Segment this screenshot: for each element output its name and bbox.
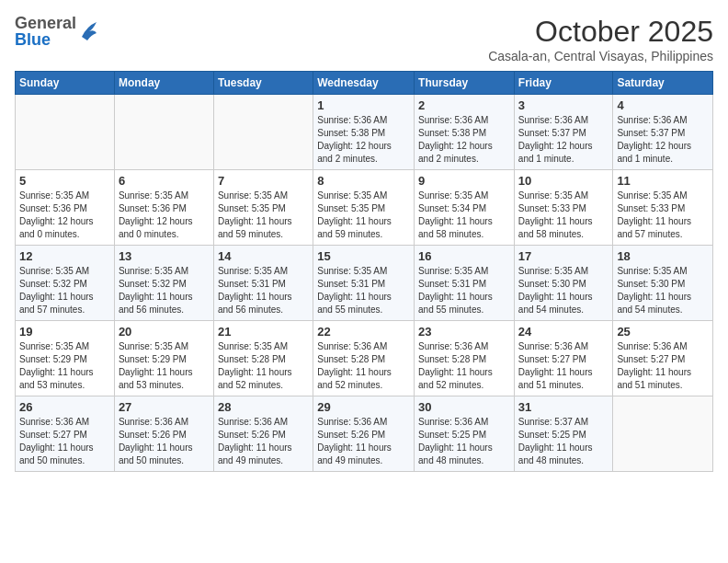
- calendar-cell: 21Sunrise: 5:35 AM Sunset: 5:28 PM Dayli…: [213, 321, 313, 396]
- weekday-header-monday: Monday: [114, 72, 213, 95]
- calendar-cell: 1Sunrise: 5:36 AM Sunset: 5:38 PM Daylig…: [313, 95, 415, 170]
- day-number: 12: [19, 249, 110, 263]
- day-info: Sunrise: 5:36 AM Sunset: 5:28 PM Dayligh…: [317, 340, 410, 392]
- logo: General Blue: [15, 15, 98, 48]
- day-number: 28: [218, 400, 309, 414]
- calendar-cell: 30Sunrise: 5:36 AM Sunset: 5:25 PM Dayli…: [415, 396, 515, 472]
- logo-bird-icon: [80, 18, 98, 44]
- day-info: Sunrise: 5:35 AM Sunset: 5:36 PM Dayligh…: [19, 190, 110, 241]
- day-info: Sunrise: 5:35 AM Sunset: 5:33 PM Dayligh…: [617, 190, 709, 241]
- weekday-header-tuesday: Tuesday: [213, 72, 313, 95]
- calendar-cell: 10Sunrise: 5:35 AM Sunset: 5:33 PM Dayli…: [514, 170, 613, 246]
- calendar-cell: 6Sunrise: 5:35 AM Sunset: 5:36 PM Daylig…: [114, 170, 213, 246]
- day-info: Sunrise: 5:35 AM Sunset: 5:35 PM Dayligh…: [317, 190, 410, 241]
- day-info: Sunrise: 5:35 AM Sunset: 5:30 PM Dayligh…: [518, 265, 609, 316]
- day-number: 15: [317, 249, 410, 263]
- calendar-cell: 17Sunrise: 5:35 AM Sunset: 5:30 PM Dayli…: [514, 246, 613, 321]
- weekday-header-row: SundayMondayTuesdayWednesdayThursdayFrid…: [16, 72, 713, 95]
- day-info: Sunrise: 5:36 AM Sunset: 5:26 PM Dayligh…: [218, 416, 309, 467]
- day-number: 22: [317, 325, 410, 339]
- calendar-cell: 12Sunrise: 5:35 AM Sunset: 5:32 PM Dayli…: [16, 246, 115, 321]
- day-number: 11: [617, 174, 709, 188]
- calendar-cell: 23Sunrise: 5:36 AM Sunset: 5:28 PM Dayli…: [415, 321, 515, 396]
- calendar-cell: 9Sunrise: 5:35 AM Sunset: 5:34 PM Daylig…: [415, 170, 515, 246]
- day-number: 3: [518, 98, 609, 112]
- day-info: Sunrise: 5:35 AM Sunset: 5:32 PM Dayligh…: [119, 265, 210, 316]
- week-row-4: 19Sunrise: 5:35 AM Sunset: 5:29 PM Dayli…: [16, 321, 713, 396]
- calendar-cell: 29Sunrise: 5:36 AM Sunset: 5:26 PM Dayli…: [313, 396, 415, 472]
- day-number: 2: [418, 98, 510, 112]
- day-number: 17: [518, 249, 609, 263]
- day-number: 29: [317, 400, 410, 414]
- day-number: 18: [617, 249, 709, 263]
- day-info: Sunrise: 5:36 AM Sunset: 5:27 PM Dayligh…: [518, 340, 609, 392]
- day-number: 16: [418, 249, 510, 263]
- day-info: Sunrise: 5:36 AM Sunset: 5:28 PM Dayligh…: [418, 340, 510, 392]
- day-number: 31: [518, 400, 609, 414]
- week-row-3: 12Sunrise: 5:35 AM Sunset: 5:32 PM Dayli…: [16, 246, 713, 321]
- day-number: 7: [218, 174, 309, 188]
- day-number: 14: [218, 249, 309, 263]
- day-info: Sunrise: 5:35 AM Sunset: 5:31 PM Dayligh…: [218, 265, 309, 316]
- day-info: Sunrise: 5:37 AM Sunset: 5:25 PM Dayligh…: [518, 416, 609, 467]
- location-text: Casala-an, Central Visayas, Philippines: [488, 49, 713, 63]
- calendar-cell: [213, 95, 313, 170]
- calendar-cell: 20Sunrise: 5:35 AM Sunset: 5:29 PM Dayli…: [114, 321, 213, 396]
- calendar-cell: 18Sunrise: 5:35 AM Sunset: 5:30 PM Dayli…: [613, 246, 713, 321]
- title-area: October 2025 Casala-an, Central Visayas,…: [488, 15, 713, 63]
- day-info: Sunrise: 5:36 AM Sunset: 5:27 PM Dayligh…: [19, 416, 110, 467]
- calendar-cell: 24Sunrise: 5:36 AM Sunset: 5:27 PM Dayli…: [514, 321, 613, 396]
- day-number: 6: [119, 174, 210, 188]
- weekday-header-thursday: Thursday: [415, 72, 515, 95]
- calendar-cell: 5Sunrise: 5:35 AM Sunset: 5:36 PM Daylig…: [16, 170, 115, 246]
- day-number: 4: [617, 98, 709, 112]
- calendar-cell: 28Sunrise: 5:36 AM Sunset: 5:26 PM Dayli…: [213, 396, 313, 472]
- day-info: Sunrise: 5:36 AM Sunset: 5:37 PM Dayligh…: [518, 114, 609, 166]
- day-info: Sunrise: 5:36 AM Sunset: 5:37 PM Dayligh…: [617, 114, 709, 166]
- weekday-header-sunday: Sunday: [16, 72, 115, 95]
- calendar-cell: 26Sunrise: 5:36 AM Sunset: 5:27 PM Dayli…: [16, 396, 115, 472]
- calendar-cell: 7Sunrise: 5:35 AM Sunset: 5:35 PM Daylig…: [213, 170, 313, 246]
- day-number: 8: [317, 174, 410, 188]
- day-number: 25: [617, 325, 709, 339]
- page-header: General Blue October 2025 Casala-an, Cen…: [15, 15, 713, 63]
- day-number: 26: [19, 400, 110, 414]
- calendar-cell: 11Sunrise: 5:35 AM Sunset: 5:33 PM Dayli…: [613, 170, 713, 246]
- month-title: October 2025: [488, 15, 713, 49]
- day-info: Sunrise: 5:35 AM Sunset: 5:29 PM Dayligh…: [119, 340, 210, 392]
- day-info: Sunrise: 5:35 AM Sunset: 5:35 PM Dayligh…: [218, 190, 309, 241]
- calendar-cell: 27Sunrise: 5:36 AM Sunset: 5:26 PM Dayli…: [114, 396, 213, 472]
- day-info: Sunrise: 5:36 AM Sunset: 5:27 PM Dayligh…: [617, 340, 709, 392]
- day-number: 24: [518, 325, 609, 339]
- day-info: Sunrise: 5:36 AM Sunset: 5:38 PM Dayligh…: [317, 114, 410, 166]
- calendar-cell: 14Sunrise: 5:35 AM Sunset: 5:31 PM Dayli…: [213, 246, 313, 321]
- calendar-cell: 2Sunrise: 5:36 AM Sunset: 5:38 PM Daylig…: [415, 95, 515, 170]
- day-number: 27: [119, 400, 210, 414]
- day-number: 5: [19, 174, 110, 188]
- calendar-cell: 15Sunrise: 5:35 AM Sunset: 5:31 PM Dayli…: [313, 246, 415, 321]
- day-info: Sunrise: 5:35 AM Sunset: 5:28 PM Dayligh…: [218, 340, 309, 392]
- day-info: Sunrise: 5:36 AM Sunset: 5:38 PM Dayligh…: [418, 114, 510, 166]
- calendar-cell: [114, 95, 213, 170]
- week-row-1: 1Sunrise: 5:36 AM Sunset: 5:38 PM Daylig…: [16, 95, 713, 170]
- calendar-cell: 4Sunrise: 5:36 AM Sunset: 5:37 PM Daylig…: [613, 95, 713, 170]
- calendar-cell: [16, 95, 115, 170]
- day-info: Sunrise: 5:35 AM Sunset: 5:33 PM Dayligh…: [518, 190, 609, 241]
- day-number: 13: [119, 249, 210, 263]
- day-number: 19: [19, 325, 110, 339]
- calendar-cell: 8Sunrise: 5:35 AM Sunset: 5:35 PM Daylig…: [313, 170, 415, 246]
- calendar-cell: 25Sunrise: 5:36 AM Sunset: 5:27 PM Dayli…: [613, 321, 713, 396]
- calendar-cell: 19Sunrise: 5:35 AM Sunset: 5:29 PM Dayli…: [16, 321, 115, 396]
- day-number: 1: [317, 98, 410, 112]
- day-number: 9: [418, 174, 510, 188]
- day-info: Sunrise: 5:35 AM Sunset: 5:30 PM Dayligh…: [617, 265, 709, 316]
- calendar-cell: 22Sunrise: 5:36 AM Sunset: 5:28 PM Dayli…: [313, 321, 415, 396]
- week-row-5: 26Sunrise: 5:36 AM Sunset: 5:27 PM Dayli…: [16, 396, 713, 472]
- day-info: Sunrise: 5:36 AM Sunset: 5:26 PM Dayligh…: [119, 416, 210, 467]
- week-row-2: 5Sunrise: 5:35 AM Sunset: 5:36 PM Daylig…: [16, 170, 713, 246]
- day-info: Sunrise: 5:35 AM Sunset: 5:29 PM Dayligh…: [19, 340, 110, 392]
- day-info: Sunrise: 5:35 AM Sunset: 5:31 PM Dayligh…: [418, 265, 510, 316]
- day-info: Sunrise: 5:35 AM Sunset: 5:31 PM Dayligh…: [317, 265, 410, 316]
- calendar-cell: 13Sunrise: 5:35 AM Sunset: 5:32 PM Dayli…: [114, 246, 213, 321]
- day-info: Sunrise: 5:36 AM Sunset: 5:25 PM Dayligh…: [418, 416, 510, 467]
